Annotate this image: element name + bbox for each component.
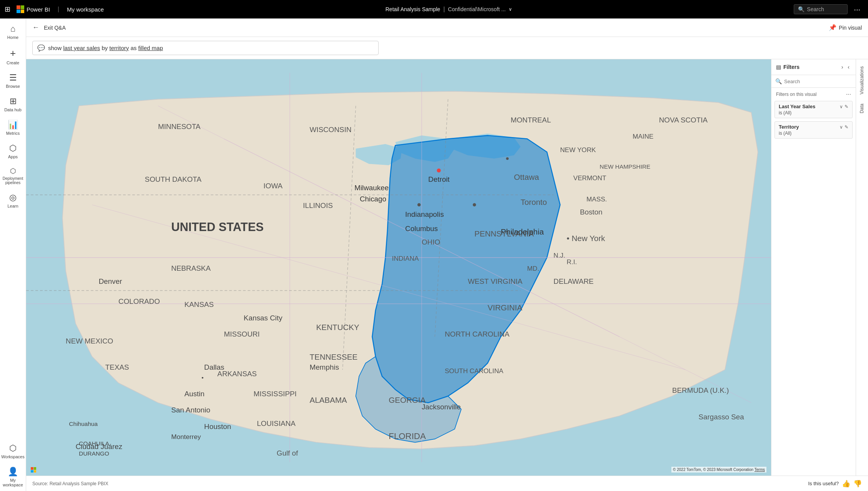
map-wrapper: UNITED STATES PENNSYLVANIA OHIO INDIANA … — [26, 59, 771, 476]
thumbup-icon[interactable]: 👍 — [842, 479, 850, 488]
map-svg: UNITED STATES PENNSYLVANIA OHIO INDIANA … — [26, 59, 771, 476]
search-icon: 🔍 — [798, 6, 805, 12]
svg-text:Philadelphia: Philadelphia — [501, 227, 544, 236]
filters-collapse-left-icon[interactable]: ‹ — [846, 63, 851, 71]
filters-search-input[interactable] — [784, 79, 852, 84]
svg-text:ILLINOIS: ILLINOIS — [303, 201, 333, 209]
filters-expand-right-icon[interactable]: › — [840, 63, 845, 71]
filter-territory-chevron-icon[interactable]: ∨ — [840, 124, 843, 130]
qa-link-territory[interactable]: territory — [109, 45, 129, 51]
map-container[interactable]: UNITED STATES PENNSYLVANIA OHIO INDIANA … — [26, 59, 771, 476]
qa-icon: 💬 — [37, 44, 45, 52]
svg-text:NEW YORK: NEW YORK — [560, 146, 596, 154]
svg-text:VIRGINIA: VIRGINIA — [487, 303, 522, 312]
qa-input[interactable]: 💬 show last year sales by territory as f… — [32, 41, 379, 55]
back-button[interactable]: ← — [32, 23, 39, 32]
workspaces-icon: ⬡ — [9, 443, 17, 453]
svg-text:Toronto: Toronto — [521, 198, 547, 206]
svg-text:MISSOURI: MISSOURI — [224, 330, 260, 338]
filter-territory-edit-icon[interactable]: ✎ — [845, 124, 848, 130]
right-tabs: Visualizations Data — [856, 59, 868, 476]
svg-text:DURANGO: DURANGO — [79, 450, 109, 457]
learn-icon: ◎ — [9, 193, 17, 203]
sidebar-item-myworkspace[interactable]: 👤 My workspace — [0, 463, 26, 491]
map-attribution: © 2022 TomTom, © 2023 Microsoft Corporat… — [671, 467, 766, 473]
myworkspace-icon: 👤 — [8, 467, 18, 477]
sidebar-item-datahub[interactable]: ⊞ Data hub — [0, 92, 26, 116]
svg-point-15 — [506, 157, 509, 160]
svg-text:Dallas: Dallas — [204, 363, 224, 371]
svg-text:MINNESOTA: MINNESOTA — [158, 122, 201, 131]
tab-data[interactable]: Data — [857, 100, 868, 117]
svg-point-13 — [473, 203, 476, 206]
powerbi-brand-name: Power BI — [27, 6, 50, 13]
svg-text:Chihuahua: Chihuahua — [69, 421, 98, 427]
svg-text:INDIANA: INDIANA — [392, 255, 419, 262]
svg-text:• New York: • New York — [567, 234, 605, 243]
thumbdown-icon[interactable]: 👎 — [853, 479, 862, 488]
svg-text:Indianapolis: Indianapolis — [405, 210, 444, 218]
sidebar-label-apps: Apps — [8, 154, 18, 159]
svg-text:NEW HAMPSHIRE: NEW HAMPSHIRE — [600, 163, 651, 170]
svg-text:DELAWARE: DELAWARE — [554, 277, 594, 285]
workspace-name[interactable]: My workspace — [67, 6, 104, 13]
grid-menu-icon[interactable]: ⊞ — [5, 5, 10, 13]
filters-section-label: Filters on this visual ··· — [771, 88, 856, 99]
filters-search: 🔍 — [771, 75, 856, 88]
svg-text:MISSISSIPPI: MISSISSIPPI — [254, 390, 297, 398]
sidebar-item-deployment[interactable]: ⬡ Deployment pipelines — [0, 163, 26, 189]
qa-link-lastyearsales[interactable]: last year sales — [63, 45, 100, 51]
top-search-box[interactable]: 🔍 Search — [794, 4, 848, 14]
filters-section-more-icon[interactable]: ··· — [846, 91, 851, 98]
pin-visual-button[interactable]: Pin visual — [839, 25, 862, 31]
filters-title-row: ▤ Filters — [776, 64, 800, 70]
footer: Source: Retail Analysis Sample PBIX Is t… — [26, 476, 868, 491]
filters-search-icon: 🔍 — [775, 78, 782, 84]
filters-header: ▤ Filters › ‹ — [771, 59, 856, 75]
qa-link-filledmap[interactable]: filled map — [138, 45, 163, 51]
main-layout: ⌂ Home + Create ☰ Browse ⊞ Data hub 📊 Me… — [0, 18, 868, 491]
svg-text:UNITED STATES: UNITED STATES — [171, 220, 264, 234]
sidebar-item-create[interactable]: + Create — [0, 44, 26, 69]
title-chevron-icon[interactable]: ∨ — [509, 7, 512, 12]
svg-text:MD.: MD. — [527, 265, 539, 272]
svg-text:LOUISIANA: LOUISIANA — [257, 419, 296, 427]
svg-text:Houston: Houston — [204, 422, 231, 431]
filters-arrows: › ‹ — [840, 63, 851, 71]
sidebar-label-browse: Browse — [6, 84, 20, 89]
create-icon: + — [10, 47, 16, 59]
pin-icon: 📌 — [829, 24, 836, 31]
svg-text:TENNESSEE: TENNESSEE — [310, 352, 357, 361]
sidebar-item-workspaces[interactable]: ⬡ Workspaces — [0, 439, 26, 463]
sidebar-item-browse[interactable]: ☰ Browse — [0, 69, 26, 92]
svg-text:NEW MEXICO: NEW MEXICO — [66, 337, 113, 345]
svg-point-14 — [417, 203, 421, 206]
sidebar-label-learn: Learn — [7, 204, 18, 208]
svg-point-12 — [437, 169, 441, 173]
search-placeholder: Search — [807, 6, 824, 12]
useful-label: Is this useful? — [808, 481, 839, 486]
exit-qa-button[interactable]: Exit Q&A — [44, 25, 66, 31]
footer-source: Source: Retail Analysis Sample PBIX — [32, 481, 108, 486]
filter-card-territory: Territory ∨ ✎ is (All) — [775, 121, 853, 139]
sidebar-item-metrics[interactable]: 📊 Metrics — [0, 116, 26, 139]
browse-icon: ☰ — [9, 73, 17, 83]
datahub-icon: ⊞ — [10, 96, 17, 106]
more-options-button[interactable]: ··· — [851, 3, 863, 15]
svg-text:ALABAMA: ALABAMA — [310, 395, 347, 404]
filter-lastyearsales-chevron-icon[interactable]: ∨ — [840, 104, 843, 109]
filter-lastyearsales-edit-icon[interactable]: ✎ — [845, 104, 848, 109]
svg-text:VERMONT: VERMONT — [573, 174, 606, 182]
svg-text:FLORIDA: FLORIDA — [389, 431, 426, 441]
tab-visualizations[interactable]: Visualizations — [857, 62, 868, 98]
apps-icon: ⬡ — [9, 143, 17, 153]
sidebar-label-home: Home — [7, 35, 18, 40]
sidebar-item-apps[interactable]: ⬡ Apps — [0, 139, 26, 163]
sidebar-item-learn[interactable]: ◎ Learn — [0, 189, 26, 212]
svg-text:Austin: Austin — [184, 390, 204, 398]
filter-card-territory-value: is (All) — [779, 131, 848, 136]
top-nav: ⊞ Power BI | My workspace Retail Analysi… — [0, 0, 868, 18]
map-logo — [31, 467, 36, 473]
svg-text:San Antonio: San Antonio — [171, 406, 210, 414]
sidebar-item-home[interactable]: ⌂ Home — [0, 20, 26, 44]
